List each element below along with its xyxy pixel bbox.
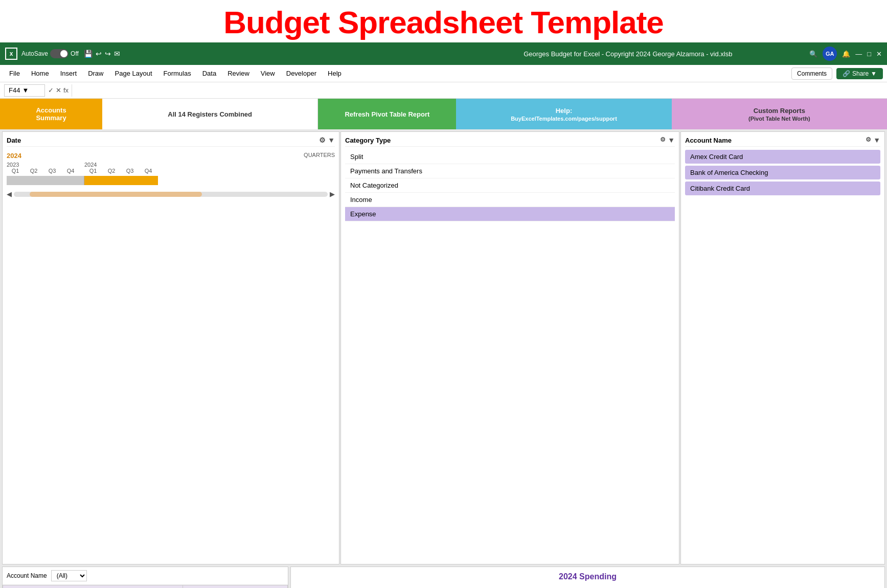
formula-icons: ✓ ✕ fx [48,86,69,94]
timeline-scrollbar[interactable] [14,192,328,197]
account-amex-label: Amex Credit Card [690,153,743,161]
formula-bar: F44 ▼ ✓ ✕ fx [0,82,887,99]
tab-all-registers[interactable]: All 14 Registers Combined [102,99,318,129]
q4-2024: Q4 [140,168,157,174]
q3-2023: Q3 [43,168,61,174]
share-chevron-icon: ▼ [871,70,877,77]
col-header-sum: Sum of Amount [3,585,183,589]
menu-bar: File Home Insert Draw Page Layout Formul… [0,65,887,82]
account-panel-header: Account Name ⚙ ▼ [685,136,880,147]
close-icon[interactable]: ✕ [876,50,882,58]
email-icon[interactable]: ✉ [114,50,120,58]
undo-icon[interactable]: ↩ [96,50,102,58]
menu-view[interactable]: View [256,67,280,79]
menu-home[interactable]: Home [26,67,54,79]
scrollbar-handle [30,192,202,197]
category-split-label: Split [350,153,363,161]
tab-help[interactable]: Help: BuyExcelTemplates.com/pages/suppor… [456,99,671,129]
scroll-left-icon[interactable]: ◀ [7,190,12,198]
account-filter-label: Account Name [7,572,47,579]
comments-button[interactable]: Comments [791,67,832,80]
page-title: Budget Spreadsheet Template [0,4,887,40]
formula-check-icon[interactable]: ✓ [48,86,54,94]
q1-2024: Q1 [84,168,102,174]
date-panel-header: Date ⚙ ▼ [7,136,335,147]
menu-review[interactable]: Review [222,67,255,79]
chart-title: 2024 Spending [296,572,879,581]
autosave-toggle[interactable] [50,49,69,58]
autosave-off-label: Off [71,50,79,57]
pivot-table: Sum of Amount Years ▼ Category Type ▼ Ca… [3,585,288,588]
date-filter-icon[interactable]: ⚙ ▼ [319,136,335,144]
category-filter-icon[interactable]: ▼ [668,136,675,144]
year-2023-section: 2023 Q1 Q2 Q3 Q4 [7,162,80,174]
formula-fx-icon[interactable]: fx [63,86,69,94]
account-filter-icon[interactable]: ▼ [873,136,880,144]
tab-custom-reports[interactable]: Custom Reports (Pivot Table Net Worth) [672,99,887,129]
menu-file[interactable]: File [4,67,25,79]
account-item-bofa[interactable]: Bank of America Checking [685,166,880,179]
account-item-amex[interactable]: Amex Credit Card [685,150,880,164]
save-icon[interactable]: 💾 [84,50,93,58]
timeline-bars [7,176,335,185]
account-name-panel: Account Name ⚙ ▼ Amex Credit Card Bank o… [680,131,885,564]
redo-icon[interactable]: ↪ [105,50,111,58]
account-sort-icon[interactable]: ⚙ [866,136,871,144]
date-panel-title: Date [7,137,21,144]
category-item-expense[interactable]: Expense [345,207,675,221]
minimize-icon[interactable]: — [855,50,862,58]
year-2024-label: 2024 [7,152,21,160]
tab-help-line1: Help: [556,107,573,115]
menu-help[interactable]: Help [323,67,347,79]
menu-draw[interactable]: Draw [83,67,108,79]
spending-chart: Expense Auto - Gas -6% Expense Water -2%… [296,585,879,588]
title-bar: Budget Spreadsheet Template [0,0,887,42]
category-item-payments[interactable]: Payments and Transfers [345,164,675,178]
excel-logo-icon: x [5,48,17,60]
account-panel-icons: ⚙ ▼ [866,136,880,144]
category-not-categorized-label: Not Categorized [350,182,398,189]
category-expense-label: Expense [350,210,376,218]
account-bofa-label: Bank of America Checking [690,169,768,176]
maximize-icon[interactable]: □ [867,50,871,58]
category-item-income[interactable]: Income [345,193,675,207]
comments-label: Comments [797,70,827,77]
avatar[interactable]: GA [823,47,837,61]
category-panel-header: Category Type ⚙ ▼ [345,136,675,147]
scroll-right-icon[interactable]: ▶ [330,190,335,198]
quarters-2024: Q1 Q2 Q3 Q4 [84,168,157,174]
chart-container: Expense Auto - Gas -6% Expense Water -2%… [296,585,879,588]
timeline-bar[interactable] [7,176,335,186]
timeline-area: 2024 QUARTERS 2023 Q1 Q2 Q3 Q4 2024 Q1 [7,150,335,200]
menu-insert[interactable]: Insert [55,67,82,79]
menu-formulas[interactable]: Formulas [158,67,196,79]
formula-input[interactable] [72,84,883,97]
q2-2023: Q2 [25,168,42,174]
account-item-citibank[interactable]: Citibank Credit Card [685,182,880,195]
category-item-split[interactable]: Split [345,150,675,164]
autosave-area: AutoSave Off [21,49,79,58]
file-title: Georges Budget for Excel - Copyright 202… [447,50,810,58]
cell-ref-dropdown-icon[interactable]: ▼ [22,86,29,94]
bar-2024 [84,176,158,185]
menu-data[interactable]: Data [197,67,221,79]
category-sort-icon[interactable]: ⚙ [660,136,666,144]
autosave-label: AutoSave [21,50,48,57]
bell-icon[interactable]: 🔔 [842,50,850,58]
search-icon[interactable]: 🔍 [809,50,817,58]
menu-developer[interactable]: Developer [281,67,322,79]
tab-accounts-summary[interactable]: AccountsSummary [0,99,102,129]
formula-x-icon[interactable]: ✕ [56,86,61,94]
menu-page-layout[interactable]: Page Layout [110,67,157,79]
col-header-years: Years ▼ [183,585,287,589]
share-button[interactable]: 🔗 Share ▼ [836,68,883,79]
category-item-not-categorized[interactable]: Not Categorized [345,178,675,193]
tab-refresh-label: Refresh Pivot Table Report [345,110,429,118]
account-citibank-label: Citibank Credit Card [690,185,750,192]
year-2024-section: 2024 Q1 Q2 Q3 Q4 [84,162,157,174]
q1-2023: Q1 [7,168,24,174]
account-filter-dropdown[interactable]: (All) [51,570,87,581]
timeline-years-row: 2023 Q1 Q2 Q3 Q4 2024 Q1 Q2 Q3 Q4 [7,162,335,174]
tab-refresh-pivot[interactable]: Refresh Pivot Table Report [318,99,456,129]
cell-reference[interactable]: F44 ▼ [4,84,45,97]
